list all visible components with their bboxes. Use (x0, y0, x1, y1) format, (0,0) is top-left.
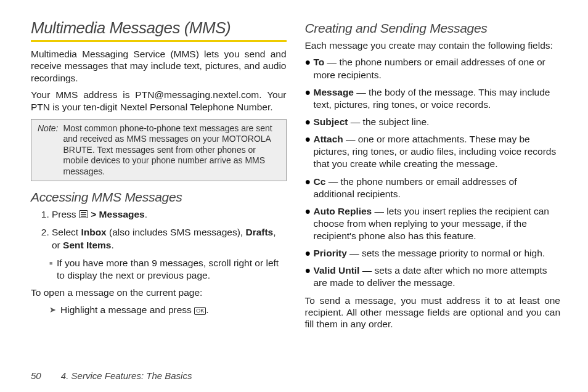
field-text: — sets the message priority to normal or… (347, 248, 545, 258)
left-column: Multimedia Messages (MMS) Multimedia Mes… (31, 18, 287, 380)
field-label: Attach (314, 134, 343, 144)
bullet-icon: ● (305, 248, 314, 261)
fields-intro: Each message you create may contain the … (305, 39, 561, 51)
intro-paragraph-2: Your MMS address is PTN@messaging.nextel… (31, 89, 287, 113)
step-2-sent: Sent Items (63, 240, 111, 250)
note-text: Most common phone-to-phone text messages… (63, 123, 279, 178)
field-subject: ●Subject — the subject line. (305, 116, 561, 128)
step-1-pre: Press (52, 209, 79, 219)
nav-caret: > (88, 209, 99, 219)
sub-bullet: ■ If you have more than 9 messages, scro… (49, 257, 287, 282)
bullet-icon: ● (305, 134, 314, 171)
arrow-text-b: . (206, 304, 208, 315)
footer-section: 4. Service Features: The Basics (61, 370, 192, 381)
arrow-text-a: Highlight a message and press (60, 304, 194, 315)
field-priority: ●Priority — sets the message priority to… (305, 247, 561, 259)
fields-list: ●To — the phone numbers or email address… (305, 56, 561, 289)
bullet-icon: ● (305, 57, 314, 82)
field-label: Subject (314, 116, 348, 127)
menu-icon (79, 210, 88, 218)
field-to: ●To — the phone numbers or email address… (305, 56, 561, 81)
field-auto-replies: ●Auto Replies — lets you insert replies … (305, 205, 561, 242)
field-label: Priority (314, 248, 347, 258)
sub-bullet-text: If you have more than 9 messages, scroll… (57, 257, 287, 282)
field-label: Message (314, 87, 354, 97)
field-label: To (314, 57, 325, 67)
step-1-target: Messages (99, 209, 145, 219)
step-2-drafts: Drafts (245, 227, 273, 237)
bullet-icon: ● (305, 206, 314, 243)
steps-list: Press > Messages. Select Inbox (also inc… (31, 208, 287, 252)
subheading-accessing: Accessing MMS Messages (31, 190, 287, 205)
step-2-g: . (111, 240, 113, 250)
step-1-post: . (145, 209, 147, 219)
field-valid-until: ●Valid Until — sets a date after which n… (305, 264, 561, 289)
page-number: 50 (31, 370, 41, 381)
open-message-intro: To open a message on the current page: (31, 287, 287, 298)
step-2-a: Select (52, 227, 81, 237)
field-cc: ●Cc — the phone numbers or email address… (305, 176, 561, 200)
field-text: — the phone numbers or email addresses o… (314, 176, 517, 199)
step-1: Press > Messages. (52, 208, 287, 221)
step-2: Select Inbox (also includes SMS messages… (52, 226, 287, 252)
step-2-c: (also includes SMS messages), (107, 227, 246, 237)
field-label: Cc (314, 176, 326, 187)
arrow-icon: ➤ (49, 305, 60, 317)
note-label: Note: (38, 123, 58, 178)
field-text: — one or more attachments. These may be … (314, 134, 557, 169)
right-column: Creating and Sending Messages Each messa… (305, 18, 561, 380)
field-text: — the phone numbers or email addresses o… (314, 57, 545, 80)
field-attach: ●Attach — one or more attachments. These… (305, 133, 561, 170)
section-title: Multimedia Messages (MMS) (31, 18, 287, 38)
outro-paragraph: To send a message, you must address it t… (305, 295, 561, 330)
bullet-icon: ● (305, 177, 314, 202)
field-label: Auto Replies (314, 206, 372, 216)
page-footer: 50 4. Service Features: The Basics (31, 370, 192, 381)
field-text: — the subject line. (348, 116, 429, 127)
bullet-icon: ● (305, 266, 314, 290)
field-label: Valid Until (314, 265, 360, 276)
square-bullet-icon: ■ (49, 260, 57, 285)
subheading-creating: Creating and Sending Messages (305, 21, 561, 36)
intro-paragraph-1: Multimedia Messaging Service (MMS) lets … (31, 48, 287, 84)
field-message: ●Message — the body of the message. This… (305, 86, 561, 111)
title-rule (31, 40, 287, 42)
ok-icon: OK (194, 307, 206, 315)
step-2-inbox: Inbox (81, 227, 106, 237)
page: Multimedia Messages (MMS) Multimedia Mes… (0, 0, 588, 392)
note-box: Note: Most common phone-to-phone text me… (31, 119, 287, 182)
arrow-bullet: ➤ Highlight a message and press OK. (49, 304, 287, 316)
arrow-text: Highlight a message and press OK. (60, 304, 208, 316)
bullet-icon: ● (305, 117, 314, 129)
bullet-icon: ● (305, 88, 314, 112)
